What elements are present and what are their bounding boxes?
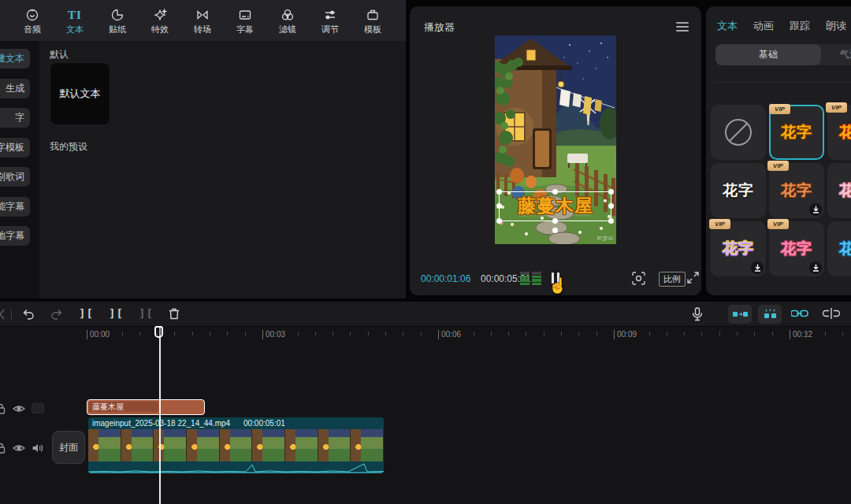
top-toolbar: 音频 TI 文本 贴纸 特效 转场 字幕 bbox=[0, 0, 406, 41]
sidebar-item-local-subtitles[interactable]: 地字幕 bbox=[0, 226, 30, 246]
style-tile-pink[interactable]: VIP 花字 bbox=[769, 221, 824, 276]
eye-icon[interactable] bbox=[13, 403, 25, 414]
text-clip-label: 藤蔓木屋 bbox=[89, 402, 158, 412]
lock-icon[interactable] bbox=[0, 442, 6, 454]
player-panel: 播放器 bbox=[410, 6, 701, 295]
style-tile-bronze[interactable]: VIP 花字 bbox=[769, 163, 824, 218]
sidebar-item-lyrics[interactable]: 别歌词 bbox=[0, 167, 30, 187]
style-tile-none[interactable] bbox=[711, 105, 766, 160]
sidebar-item-generate[interactable]: 生成 bbox=[0, 79, 30, 98]
subtab-bubble[interactable]: 气泡 bbox=[826, 44, 851, 65]
player-menu-icon[interactable] bbox=[676, 22, 689, 32]
subtab-bar: 基础 气泡 bbox=[715, 44, 851, 65]
style-tile-blue[interactable]: 花字 bbox=[827, 221, 851, 276]
eye-icon[interactable] bbox=[13, 443, 25, 454]
vip-badge: VIP bbox=[767, 219, 789, 229]
pause-button[interactable] bbox=[552, 272, 559, 284]
selection-handle[interactable] bbox=[608, 218, 614, 224]
selection-handle[interactable] bbox=[496, 218, 502, 224]
fullscreen-icon[interactable] bbox=[687, 272, 699, 287]
main-track-magnet-toggle[interactable] bbox=[728, 305, 752, 324]
selection-handle[interactable] bbox=[608, 203, 614, 209]
transition-icon bbox=[195, 7, 210, 23]
redo-icon[interactable] bbox=[49, 306, 65, 325]
selection-handle[interactable] bbox=[608, 189, 614, 195]
tab-animation[interactable]: 动画 bbox=[753, 19, 774, 33]
sidebar-item-huazi[interactable]: 字 bbox=[0, 108, 30, 128]
focus-icon[interactable] bbox=[632, 272, 645, 288]
subtitles-icon bbox=[238, 7, 252, 23]
cover-button[interactable]: 封面 bbox=[52, 431, 85, 464]
lock-icon[interactable] bbox=[0, 402, 6, 414]
undo-icon[interactable] bbox=[20, 306, 36, 325]
toolbar-item-text[interactable]: TI 文本 bbox=[54, 0, 96, 41]
playhead-handle[interactable] bbox=[154, 326, 163, 338]
default-text-tile[interactable]: 默认文本 bbox=[50, 62, 110, 125]
ratio-button[interactable]: 比例 bbox=[659, 272, 686, 287]
collapse-icon[interactable] bbox=[0, 306, 6, 325]
toolbar-item-sticker[interactable]: 贴纸 bbox=[96, 0, 139, 41]
template-icon bbox=[366, 7, 380, 23]
speaker-icon[interactable] bbox=[32, 443, 44, 454]
style-panel: 文本 动画 跟踪 朗读 基础 气泡 VIP 花字 VIP 花字 花字 VIP 花… bbox=[706, 6, 851, 295]
toolbar-item-template[interactable]: 模板 bbox=[351, 0, 394, 41]
rotate-handle[interactable] bbox=[552, 228, 558, 233]
filter-icon bbox=[281, 7, 295, 23]
split-icon[interactable]: ][ bbox=[79, 307, 94, 320]
style-tile-white[interactable]: 花字 bbox=[711, 163, 766, 218]
player-controls: 00:00:01:06 00:00:05:01 ☝ 比例 bbox=[410, 270, 701, 287]
ruler-label: 00:12 bbox=[790, 330, 812, 339]
video-clip[interactable]: imageinput_2025-03-18 22_14_44.mp4 00:00… bbox=[88, 417, 384, 473]
toolbar-item-subtitles[interactable]: 字幕 bbox=[224, 0, 266, 41]
link-toggle[interactable] bbox=[791, 308, 808, 322]
tab-reading[interactable]: 朗读 bbox=[826, 19, 846, 33]
toolbar-item-adjust[interactable]: 调节 bbox=[309, 0, 351, 41]
audio-meter-icon[interactable] bbox=[520, 272, 541, 285]
split-right-icon[interactable]: ][ bbox=[139, 307, 154, 320]
download-icon bbox=[809, 203, 822, 216]
presets-section-label: 我的预设 bbox=[50, 140, 87, 154]
toolbar-item-effects[interactable]: 特效 bbox=[139, 0, 181, 41]
ruler-label: 00:09 bbox=[614, 330, 637, 339]
sidebar-item-text-template[interactable]: 字模板 bbox=[0, 138, 30, 158]
audio-icon bbox=[25, 7, 39, 23]
sticker-icon bbox=[110, 7, 124, 23]
sidebar-item-new-text[interactable]: 建文本 bbox=[0, 49, 30, 69]
toolbar-item-audio[interactable]: 音频 bbox=[11, 0, 54, 41]
style-tile-light-pink[interactable]: 花字 bbox=[827, 163, 851, 218]
toolbar-item-filter[interactable]: 滤镜 bbox=[266, 0, 309, 41]
split-left-icon[interactable]: ][ bbox=[109, 307, 124, 320]
selection-handle[interactable] bbox=[552, 189, 558, 195]
record-voiceover-icon[interactable] bbox=[690, 306, 704, 325]
preview-overlay-text[interactable]: 藤蔓木屋 bbox=[495, 194, 616, 218]
video-thumbnails bbox=[88, 429, 384, 461]
selection-handle[interactable] bbox=[496, 189, 502, 195]
delete-icon[interactable] bbox=[167, 306, 181, 324]
time-ruler[interactable]: 00:00 00:03 00:06 00:09 00:12 bbox=[0, 328, 851, 342]
text-clip[interactable]: 藤蔓木屋 bbox=[87, 399, 205, 415]
vip-badge: VIP bbox=[826, 102, 847, 113]
preview-axis-toggle[interactable] bbox=[823, 308, 840, 322]
auto-snap-toggle[interactable] bbox=[758, 305, 782, 324]
style-tile-gold[interactable]: VIP 花字 bbox=[769, 105, 824, 160]
sidebar-item-smart-subtitles[interactable]: 能字幕 bbox=[0, 197, 30, 217]
text-track-header bbox=[0, 402, 44, 414]
selection-handle[interactable] bbox=[552, 218, 558, 224]
tab-tracking[interactable]: 跟踪 bbox=[790, 19, 810, 33]
style-tile-purple[interactable]: VIP 花字 bbox=[711, 221, 766, 276]
mute-placeholder bbox=[32, 403, 44, 413]
video-preview[interactable]: 藤蔓木屋 即梦AI bbox=[495, 35, 616, 244]
subtab-basic[interactable]: 基础 bbox=[715, 44, 821, 65]
ruler-label: 00:00 bbox=[87, 330, 110, 339]
video-track-header bbox=[0, 442, 44, 454]
none-icon bbox=[725, 119, 752, 146]
watermark: 即梦AI bbox=[596, 235, 613, 243]
style-tile-gold-red[interactable]: VIP 花字 bbox=[827, 105, 851, 160]
toolbar-item-transition[interactable]: 转场 bbox=[181, 0, 224, 41]
ruler-label: 00:06 bbox=[438, 330, 461, 339]
ruler-ticks bbox=[87, 332, 851, 335]
tab-text[interactable]: 文本 bbox=[717, 19, 738, 33]
selection-handle[interactable] bbox=[496, 203, 502, 209]
divider bbox=[11, 309, 12, 320]
playhead-line[interactable] bbox=[159, 328, 161, 504]
